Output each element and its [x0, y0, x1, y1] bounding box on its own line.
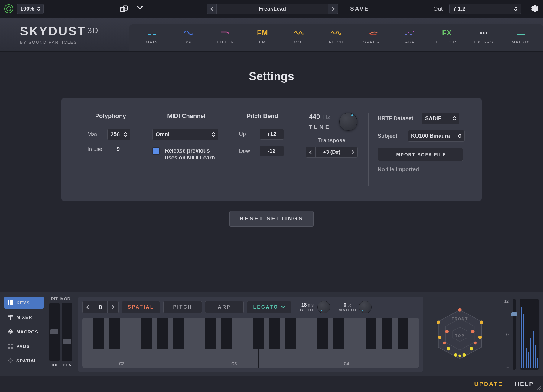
volume-slider[interactable] [513, 299, 516, 370]
pitchbend-down-value[interactable]: -12 [260, 146, 284, 156]
mod-fader[interactable] [62, 303, 72, 361]
svg-point-30 [8, 316, 10, 317]
page-title: Settings [0, 70, 543, 83]
top-bar: 100% FreakLead SAVE Out 7.1.2 [0, 0, 543, 18]
svg-line-60 [541, 390, 541, 390]
side-tab-pads[interactable]: PADS [4, 340, 44, 352]
tab-fm[interactable]: FM FM [252, 28, 273, 51]
import-sofa-button[interactable]: IMPORT SOFA FILE [378, 148, 463, 161]
transpose-label: Transpose [304, 137, 359, 144]
tab-extras[interactable]: EXTRAS [473, 28, 495, 51]
main-content: Settings Polyphony Max 256 In use 9 MIDI… [0, 52, 543, 239]
save-button[interactable]: SAVE [350, 5, 369, 12]
octave-value: 0 [93, 301, 108, 313]
octave-down-button[interactable] [82, 301, 93, 313]
midi-title: MIDI Channel [152, 113, 221, 120]
side-tab-spatial[interactable]: SPATIAL [4, 355, 44, 367]
svg-rect-15 [413, 31, 414, 32]
preset-prev-button[interactable] [207, 4, 216, 14]
hrtf-subject-selector[interactable]: KU100 Binaura [408, 130, 465, 142]
brand-title: SKYDUST [20, 24, 86, 38]
svg-point-18 [486, 32, 487, 34]
octave-up-button[interactable] [108, 301, 119, 313]
midi-channel-selector[interactable]: Omni [152, 129, 218, 140]
pitchbend-down-label: Dow [239, 148, 254, 154]
cpu-indicator-icon [4, 4, 13, 13]
output-format-selector[interactable]: 7.1.2 [449, 4, 521, 14]
bottom-panel: KEYS MIXER AMACROS PADS SPATIAL PIT. MOD… [0, 292, 543, 376]
zoom-selector[interactable]: 100% [17, 4, 44, 14]
tune-label: TUNE [306, 124, 333, 130]
mode-arp-button[interactable]: ARP [205, 301, 244, 313]
transpose-prev-button[interactable] [306, 147, 315, 158]
tab-main[interactable]: MAIN [141, 28, 163, 51]
svg-point-45 [480, 320, 483, 324]
side-tab-mixer[interactable]: MIXER [4, 311, 44, 323]
help-button[interactable]: HELP [515, 381, 534, 387]
pitch-fader[interactable] [49, 303, 60, 361]
hrtf-dataset-label: HRTF Dataset [378, 115, 417, 122]
keys-icon [8, 300, 13, 305]
stepper-icon [212, 132, 215, 137]
piano-keyboard[interactable]: C2C3C4 [82, 318, 419, 368]
dropdown-chevron-icon[interactable] [137, 6, 143, 11]
tab-effects[interactable]: FX EFFECTS [436, 28, 458, 51]
output-value: 7.1.2 [453, 6, 465, 12]
polyphony-max-selector[interactable]: 256 [107, 129, 130, 140]
tab-osc[interactable]: OSC [178, 28, 200, 51]
matrix-icon [510, 28, 532, 37]
svg-rect-25 [10, 300, 11, 305]
svg-point-53 [454, 353, 457, 357]
svg-point-54 [463, 353, 466, 357]
tab-arp[interactable]: ARP [399, 28, 421, 51]
macro-label: MACRO [339, 308, 356, 312]
svg-point-51 [447, 347, 450, 350]
spatial-globe-icon [8, 358, 13, 363]
tab-mod[interactable]: MOD [288, 28, 310, 51]
side-tab-keys[interactable]: KEYS [4, 297, 44, 309]
mod-wave-icon [288, 28, 310, 37]
macro-value: 0 [344, 302, 346, 307]
hrtf-dataset-selector[interactable]: SADIE [422, 113, 459, 124]
mode-legato-selector[interactable]: LEGATO [247, 301, 291, 313]
mode-spatial-button[interactable]: SPATIAL [122, 301, 160, 313]
svg-point-48 [471, 330, 474, 333]
sofa-status: No file imported [378, 166, 465, 173]
preset-name[interactable]: FreakLead [216, 4, 328, 14]
grid-icon [141, 28, 163, 37]
reset-settings-button[interactable]: RESET SETTINGS [229, 211, 313, 227]
midi-column: MIDI Channel Omni Release previous uses … [143, 113, 230, 186]
main-tabs: MAIN OSC FILTER FM FM MOD PITCH SPATIAL [129, 24, 543, 51]
polyphony-max-label: Max [87, 131, 102, 138]
release-previous-label: Release previous uses on MIDI Learn [165, 147, 221, 162]
preset-next-button[interactable] [328, 4, 338, 14]
transpose-next-button[interactable] [348, 147, 358, 158]
release-previous-checkbox[interactable] [152, 147, 160, 155]
svg-point-55 [458, 355, 461, 358]
transpose-value[interactable]: +3 (D#) [315, 147, 348, 158]
spatial-sphere-view[interactable]: FRONT TOP [428, 302, 492, 367]
tab-spatial[interactable]: SPATIAL [362, 28, 384, 51]
brand-bar: SKYDUST3D BY SOUND PARTICLES MAIN OSC FI… [0, 18, 543, 52]
resize-handle-icon[interactable] [536, 385, 541, 390]
side-tab-macros[interactable]: AMACROS [4, 326, 44, 338]
svg-point-32 [11, 315, 13, 316]
pitchbend-title: Pitch Bend [239, 113, 286, 120]
pads-icon [8, 343, 13, 349]
mode-pitch-button[interactable]: PITCH [163, 301, 202, 313]
sphere-top-label: TOP [431, 333, 489, 338]
glide-knob[interactable] [317, 301, 330, 313]
settings-gear-icon[interactable] [529, 4, 539, 14]
tune-knob[interactable] [339, 113, 357, 131]
tab-filter[interactable]: FILTER [215, 28, 236, 51]
pitchbend-up-value[interactable]: +12 [260, 129, 284, 140]
macro-knob[interactable] [359, 301, 372, 313]
svg-point-44 [458, 308, 461, 312]
tab-pitch[interactable]: PITCH [325, 28, 347, 51]
randomize-dice-icon[interactable] [120, 5, 128, 13]
tab-matrix[interactable]: MATRIX [510, 28, 532, 51]
svg-rect-36 [11, 344, 13, 345]
update-button[interactable]: UPDATE [474, 381, 503, 387]
glide-label: GLIDE [300, 308, 315, 312]
transpose-control: +3 (D#) [304, 147, 359, 158]
